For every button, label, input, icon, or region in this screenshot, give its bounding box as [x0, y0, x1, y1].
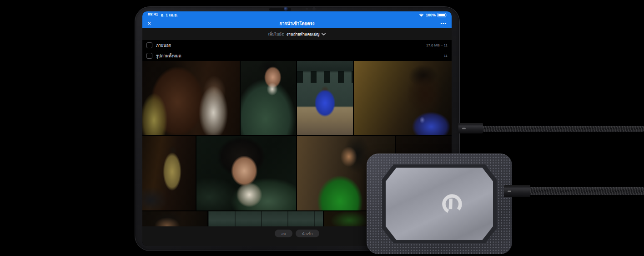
connector-mark: [508, 190, 511, 192]
photo-thumbnail[interactable]: [142, 61, 240, 135]
usb-connector-drive: [504, 185, 530, 197]
chevron-down-icon: [322, 33, 326, 36]
add-to-album-selector[interactable]: เพิ่มไปยัง: งานถ่ายทำแคมเปญ: [142, 28, 452, 40]
more-options-icon[interactable]: •••: [440, 18, 447, 28]
delete-button[interactable]: ลบ: [275, 230, 292, 237]
selected-album-name: งานถ่ายทำแคมเปญ: [287, 31, 319, 37]
photo-thumbnail[interactable]: [297, 61, 353, 135]
photo-thumbnail[interactable]: [354, 61, 452, 135]
photo-thumbnail[interactable]: [142, 211, 207, 226]
usb-cable-drive: [528, 187, 644, 195]
microphone-dot: [306, 8, 308, 10]
g-drive-logo-icon: [439, 191, 465, 217]
status-time: 09:41: [148, 12, 158, 18]
drive-metal-plate: [386, 168, 493, 240]
battery-icon: [438, 13, 446, 17]
sensor-dot: [312, 7, 316, 10]
row-label: รูปภาพทั้งหมด: [156, 53, 181, 59]
import-button[interactable]: นำเข้า: [296, 230, 319, 237]
list-item: ภายนอก 17.6 MB – 11: [142, 40, 452, 51]
page-title: การนำเข้าโดยตรง: [279, 20, 314, 27]
camera-lens: [284, 7, 288, 11]
battery-percent: 100%: [426, 13, 436, 17]
photo-thumbnail[interactable]: [208, 211, 323, 226]
status-bar: 09:41 อ. 1 เม.ย. 100%: [142, 11, 452, 18]
checkbox-all-photos[interactable]: [146, 53, 152, 59]
row-label: ภายนอก: [156, 42, 171, 49]
photo-thumbnail[interactable]: [196, 136, 296, 210]
usb-connector-ipad: [458, 123, 483, 133]
add-to-label: เพิ่มไปยัง:: [268, 31, 284, 37]
wifi-icon: [419, 13, 424, 17]
scene: 09:41 อ. 1 เม.ย. 100% ✕ การนำเข้าโดยตรง …: [0, 0, 644, 256]
row-value: 17.6 MB – 11: [426, 43, 448, 47]
status-date: อ. 1 เม.ย.: [161, 12, 178, 18]
photo-thumbnail[interactable]: [241, 61, 296, 135]
selection-list: ภายนอก 17.6 MB – 11 รูปภาพทั้งหมด 11: [142, 40, 452, 61]
usb-cable-ipad: [480, 126, 644, 132]
connector-mark: [462, 128, 466, 129]
photo-thumbnail[interactable]: [142, 136, 196, 210]
row-value: 11: [444, 54, 448, 58]
external-ssd-drive: [367, 154, 512, 254]
close-icon[interactable]: ✕: [147, 18, 151, 28]
nav-bar: ✕ การนำเข้าโดยตรง •••: [142, 18, 452, 28]
checkbox-external[interactable]: [146, 42, 152, 48]
list-item: รูปภาพทั้งหมด 11: [142, 51, 452, 61]
